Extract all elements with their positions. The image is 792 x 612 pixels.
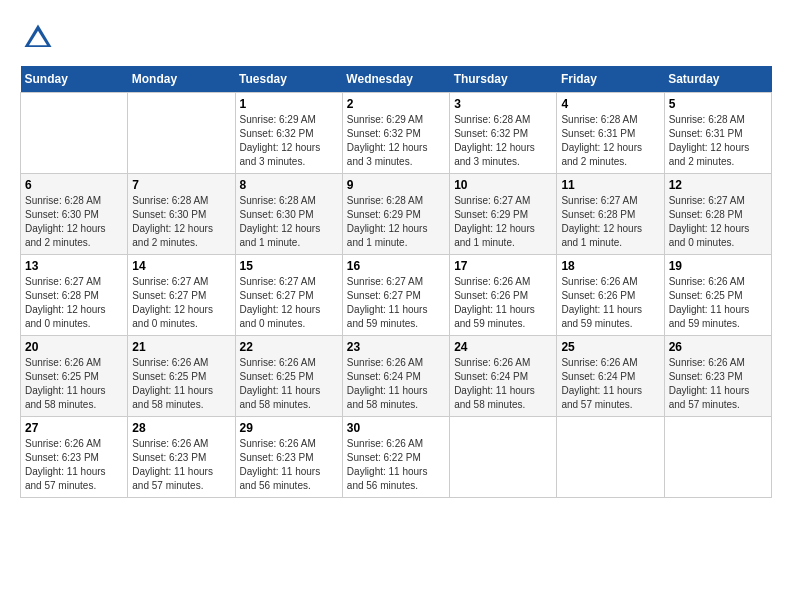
calendar-cell: 2Sunrise: 6:29 AM Sunset: 6:32 PM Daylig…	[342, 93, 449, 174]
day-info: Sunrise: 6:26 AM Sunset: 6:24 PM Dayligh…	[454, 356, 552, 412]
calendar-cell: 5Sunrise: 6:28 AM Sunset: 6:31 PM Daylig…	[664, 93, 771, 174]
day-info: Sunrise: 6:26 AM Sunset: 6:26 PM Dayligh…	[561, 275, 659, 331]
day-number: 10	[454, 178, 552, 192]
day-info: Sunrise: 6:26 AM Sunset: 6:23 PM Dayligh…	[669, 356, 767, 412]
calendar-cell	[128, 93, 235, 174]
calendar-cell: 7Sunrise: 6:28 AM Sunset: 6:30 PM Daylig…	[128, 174, 235, 255]
day-number: 15	[240, 259, 338, 273]
day-number: 21	[132, 340, 230, 354]
calendar-cell: 29Sunrise: 6:26 AM Sunset: 6:23 PM Dayli…	[235, 417, 342, 498]
day-number: 14	[132, 259, 230, 273]
day-number: 2	[347, 97, 445, 111]
calendar-cell: 26Sunrise: 6:26 AM Sunset: 6:23 PM Dayli…	[664, 336, 771, 417]
day-info: Sunrise: 6:26 AM Sunset: 6:22 PM Dayligh…	[347, 437, 445, 493]
day-number: 25	[561, 340, 659, 354]
calendar-cell: 1Sunrise: 6:29 AM Sunset: 6:32 PM Daylig…	[235, 93, 342, 174]
day-info: Sunrise: 6:26 AM Sunset: 6:25 PM Dayligh…	[25, 356, 123, 412]
day-info: Sunrise: 6:28 AM Sunset: 6:31 PM Dayligh…	[669, 113, 767, 169]
day-info: Sunrise: 6:28 AM Sunset: 6:30 PM Dayligh…	[25, 194, 123, 250]
day-info: Sunrise: 6:26 AM Sunset: 6:25 PM Dayligh…	[669, 275, 767, 331]
calendar-cell: 12Sunrise: 6:27 AM Sunset: 6:28 PM Dayli…	[664, 174, 771, 255]
calendar-cell: 10Sunrise: 6:27 AM Sunset: 6:29 PM Dayli…	[450, 174, 557, 255]
calendar-week-row: 13Sunrise: 6:27 AM Sunset: 6:28 PM Dayli…	[21, 255, 772, 336]
calendar-header-row: SundayMondayTuesdayWednesdayThursdayFrid…	[21, 66, 772, 93]
calendar-header-thursday: Thursday	[450, 66, 557, 93]
day-info: Sunrise: 6:26 AM Sunset: 6:23 PM Dayligh…	[132, 437, 230, 493]
calendar-week-row: 6Sunrise: 6:28 AM Sunset: 6:30 PM Daylig…	[21, 174, 772, 255]
day-number: 4	[561, 97, 659, 111]
page-header	[20, 20, 772, 56]
day-info: Sunrise: 6:29 AM Sunset: 6:32 PM Dayligh…	[240, 113, 338, 169]
calendar-cell: 15Sunrise: 6:27 AM Sunset: 6:27 PM Dayli…	[235, 255, 342, 336]
calendar-cell: 6Sunrise: 6:28 AM Sunset: 6:30 PM Daylig…	[21, 174, 128, 255]
day-info: Sunrise: 6:26 AM Sunset: 6:24 PM Dayligh…	[561, 356, 659, 412]
day-info: Sunrise: 6:26 AM Sunset: 6:25 PM Dayligh…	[240, 356, 338, 412]
calendar-cell: 30Sunrise: 6:26 AM Sunset: 6:22 PM Dayli…	[342, 417, 449, 498]
calendar-cell	[450, 417, 557, 498]
calendar-week-row: 1Sunrise: 6:29 AM Sunset: 6:32 PM Daylig…	[21, 93, 772, 174]
logo	[20, 20, 60, 56]
logo-icon	[20, 20, 56, 56]
day-number: 16	[347, 259, 445, 273]
day-number: 7	[132, 178, 230, 192]
calendar-table: SundayMondayTuesdayWednesdayThursdayFrid…	[20, 66, 772, 498]
calendar-header-saturday: Saturday	[664, 66, 771, 93]
day-number: 30	[347, 421, 445, 435]
calendar-cell: 21Sunrise: 6:26 AM Sunset: 6:25 PM Dayli…	[128, 336, 235, 417]
calendar-header-sunday: Sunday	[21, 66, 128, 93]
calendar-cell: 4Sunrise: 6:28 AM Sunset: 6:31 PM Daylig…	[557, 93, 664, 174]
calendar-cell: 17Sunrise: 6:26 AM Sunset: 6:26 PM Dayli…	[450, 255, 557, 336]
day-number: 3	[454, 97, 552, 111]
calendar-header-friday: Friday	[557, 66, 664, 93]
calendar-cell	[664, 417, 771, 498]
calendar-cell: 18Sunrise: 6:26 AM Sunset: 6:26 PM Dayli…	[557, 255, 664, 336]
calendar-cell: 13Sunrise: 6:27 AM Sunset: 6:28 PM Dayli…	[21, 255, 128, 336]
day-number: 6	[25, 178, 123, 192]
calendar-cell: 16Sunrise: 6:27 AM Sunset: 6:27 PM Dayli…	[342, 255, 449, 336]
day-info: Sunrise: 6:28 AM Sunset: 6:31 PM Dayligh…	[561, 113, 659, 169]
day-number: 28	[132, 421, 230, 435]
day-number: 9	[347, 178, 445, 192]
calendar-cell: 11Sunrise: 6:27 AM Sunset: 6:28 PM Dayli…	[557, 174, 664, 255]
day-info: Sunrise: 6:29 AM Sunset: 6:32 PM Dayligh…	[347, 113, 445, 169]
calendar-header-wednesday: Wednesday	[342, 66, 449, 93]
day-number: 18	[561, 259, 659, 273]
day-info: Sunrise: 6:27 AM Sunset: 6:28 PM Dayligh…	[25, 275, 123, 331]
day-info: Sunrise: 6:28 AM Sunset: 6:32 PM Dayligh…	[454, 113, 552, 169]
day-number: 27	[25, 421, 123, 435]
day-number: 29	[240, 421, 338, 435]
day-info: Sunrise: 6:26 AM Sunset: 6:23 PM Dayligh…	[25, 437, 123, 493]
day-number: 11	[561, 178, 659, 192]
calendar-cell: 20Sunrise: 6:26 AM Sunset: 6:25 PM Dayli…	[21, 336, 128, 417]
day-info: Sunrise: 6:27 AM Sunset: 6:29 PM Dayligh…	[454, 194, 552, 250]
calendar-cell: 8Sunrise: 6:28 AM Sunset: 6:30 PM Daylig…	[235, 174, 342, 255]
day-number: 17	[454, 259, 552, 273]
day-info: Sunrise: 6:27 AM Sunset: 6:28 PM Dayligh…	[669, 194, 767, 250]
day-info: Sunrise: 6:27 AM Sunset: 6:27 PM Dayligh…	[347, 275, 445, 331]
day-info: Sunrise: 6:28 AM Sunset: 6:30 PM Dayligh…	[132, 194, 230, 250]
day-number: 12	[669, 178, 767, 192]
day-number: 26	[669, 340, 767, 354]
day-number: 13	[25, 259, 123, 273]
day-number: 1	[240, 97, 338, 111]
day-info: Sunrise: 6:26 AM Sunset: 6:25 PM Dayligh…	[132, 356, 230, 412]
calendar-cell: 23Sunrise: 6:26 AM Sunset: 6:24 PM Dayli…	[342, 336, 449, 417]
calendar-cell: 3Sunrise: 6:28 AM Sunset: 6:32 PM Daylig…	[450, 93, 557, 174]
day-number: 5	[669, 97, 767, 111]
calendar-cell: 28Sunrise: 6:26 AM Sunset: 6:23 PM Dayli…	[128, 417, 235, 498]
calendar-cell: 19Sunrise: 6:26 AM Sunset: 6:25 PM Dayli…	[664, 255, 771, 336]
day-number: 8	[240, 178, 338, 192]
calendar-cell: 14Sunrise: 6:27 AM Sunset: 6:27 PM Dayli…	[128, 255, 235, 336]
day-info: Sunrise: 6:27 AM Sunset: 6:28 PM Dayligh…	[561, 194, 659, 250]
day-number: 24	[454, 340, 552, 354]
calendar-week-row: 27Sunrise: 6:26 AM Sunset: 6:23 PM Dayli…	[21, 417, 772, 498]
calendar-cell	[557, 417, 664, 498]
day-number: 19	[669, 259, 767, 273]
calendar-cell: 24Sunrise: 6:26 AM Sunset: 6:24 PM Dayli…	[450, 336, 557, 417]
day-number: 22	[240, 340, 338, 354]
calendar-cell: 9Sunrise: 6:28 AM Sunset: 6:29 PM Daylig…	[342, 174, 449, 255]
day-info: Sunrise: 6:26 AM Sunset: 6:26 PM Dayligh…	[454, 275, 552, 331]
day-number: 23	[347, 340, 445, 354]
calendar-header-monday: Monday	[128, 66, 235, 93]
calendar-week-row: 20Sunrise: 6:26 AM Sunset: 6:25 PM Dayli…	[21, 336, 772, 417]
